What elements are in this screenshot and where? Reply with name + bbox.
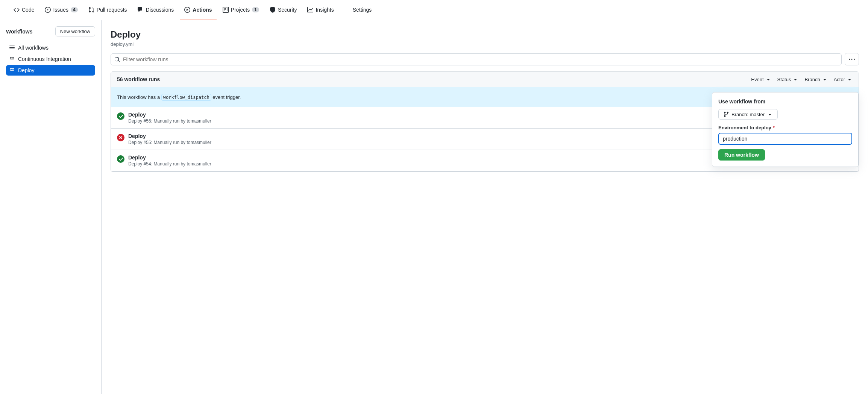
nav-settings-label: Settings	[353, 7, 372, 13]
top-nav: Code Issues 4 Pull requests Discussions …	[0, 0, 868, 20]
status-label: Status	[777, 77, 791, 82]
projects-badge: 1	[252, 7, 259, 12]
nav-issues[interactable]: Issues 4	[40, 0, 82, 20]
workflow-filename: deploy.yml	[111, 41, 859, 47]
branch-label: Branch	[804, 77, 820, 82]
popup-title: Use workflow from	[718, 98, 852, 105]
new-workflow-button[interactable]: New workflow	[55, 26, 95, 36]
nav-actions[interactable]: Actions	[180, 0, 216, 20]
sidebar-item-all-workflows[interactable]: All workflows	[6, 42, 95, 53]
nav-code-label: Code	[22, 7, 34, 13]
nav-projects-label: Projects	[231, 7, 250, 13]
deploy-icon	[9, 67, 15, 73]
required-indicator: *	[773, 125, 775, 130]
run-workflow-submit-button[interactable]: Run workflow	[718, 149, 765, 161]
all-workflows-label: All workflows	[18, 45, 49, 51]
nav-projects[interactable]: Projects 1	[218, 0, 264, 20]
branch-select-button[interactable]: Branch: master	[718, 109, 778, 120]
nav-security[interactable]: Security	[265, 0, 302, 20]
nav-pr-label: Pull requests	[97, 7, 127, 13]
runs-filters: Event Status Branch Actor	[751, 76, 853, 82]
issues-badge: 4	[71, 7, 78, 12]
run-workflow-popup: Use workflow from Branch: master Environ…	[712, 92, 859, 167]
runs-header: 56 workflow runs Event Status Branch	[111, 72, 859, 87]
settings-icon	[344, 7, 351, 13]
branch-select-chevron	[767, 111, 773, 117]
branch-filter[interactable]: Branch	[804, 76, 827, 82]
layout: Workflows New workflow All workflows Con…	[0, 20, 868, 394]
projects-icon	[223, 7, 229, 13]
actor-filter[interactable]: Actor	[834, 76, 853, 82]
run-status-success-54	[117, 155, 124, 163]
status-filter[interactable]: Status	[777, 76, 799, 82]
actor-label: Actor	[834, 77, 845, 82]
runs-count: 56 workflow runs	[117, 76, 160, 82]
nav-issues-label: Issues	[53, 7, 68, 13]
nav-settings[interactable]: Settings	[340, 0, 376, 20]
filter-bar	[111, 53, 859, 65]
deploy-label: Deploy	[18, 67, 35, 73]
dispatch-text: This workflow has a workflow_dispatch ev…	[117, 94, 241, 100]
event-filter[interactable]: Event	[751, 76, 771, 82]
code-icon	[14, 7, 20, 13]
main-content: Deploy deploy.yml 56 workflow runs Event	[102, 20, 868, 394]
ci-icon	[9, 56, 15, 62]
sidebar-item-deploy[interactable]: Deploy	[6, 65, 95, 76]
insights-icon	[307, 7, 313, 13]
env-label-text: Environment to deploy	[718, 125, 771, 130]
filter-input-wrapper	[111, 53, 842, 65]
env-label: Environment to deploy *	[718, 125, 852, 130]
ellipsis-icon	[849, 56, 855, 62]
event-label: Event	[751, 77, 763, 82]
branch-chevron-icon	[822, 76, 828, 82]
event-chevron-icon	[765, 76, 771, 82]
sidebar-title: Workflows	[6, 29, 33, 35]
branch-select-label: Branch: master	[731, 112, 765, 117]
search-icon	[114, 56, 120, 62]
actions-icon	[184, 7, 190, 13]
filter-input[interactable]	[111, 53, 842, 65]
run-status-failure-55	[117, 134, 124, 141]
all-workflows-icon	[9, 45, 15, 51]
nav-security-label: Security	[278, 7, 297, 13]
pull-requests-icon	[88, 7, 94, 13]
nav-discussions[interactable]: Discussions	[133, 0, 179, 20]
status-chevron-icon	[792, 76, 798, 82]
more-options-button[interactable]	[845, 53, 859, 65]
run-status-success-56	[117, 112, 124, 120]
nav-insights-label: Insights	[316, 7, 334, 13]
sidebar-header: Workflows New workflow	[6, 26, 95, 36]
dispatch-code: workflow_dispatch	[161, 94, 211, 101]
actor-chevron-icon	[847, 76, 853, 82]
branch-icon	[723, 111, 729, 117]
ci-label: Continuous Integration	[18, 56, 71, 62]
runs-container: 56 workflow runs Event Status Branch	[111, 71, 859, 172]
nav-pull-requests[interactable]: Pull requests	[84, 0, 132, 20]
discussions-icon	[138, 7, 144, 13]
workflow-title: Deploy	[111, 29, 859, 40]
security-icon	[270, 7, 276, 13]
issues-icon	[45, 7, 51, 13]
nav-insights[interactable]: Insights	[303, 0, 338, 20]
sidebar-item-ci[interactable]: Continuous Integration	[6, 54, 95, 64]
dispatch-text-after: event trigger.	[212, 94, 241, 100]
nav-discussions-label: Discussions	[146, 7, 174, 13]
env-input[interactable]	[718, 133, 852, 145]
nav-actions-label: Actions	[193, 7, 212, 13]
nav-code[interactable]: Code	[9, 0, 39, 20]
sidebar: Workflows New workflow All workflows Con…	[0, 20, 102, 394]
dispatch-text-before: This workflow has a	[117, 94, 160, 100]
